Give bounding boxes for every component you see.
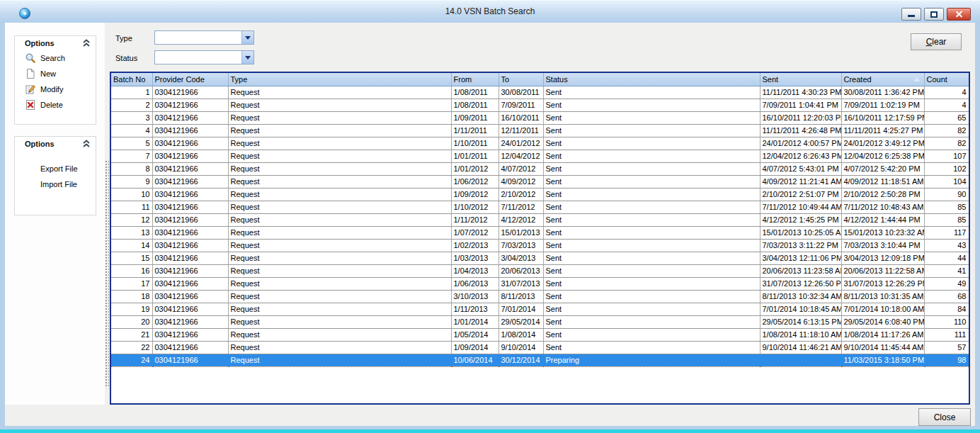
cell-created: 4/09/2012 11:18:51 AM [841, 175, 924, 188]
group-header[interactable]: Options [15, 36, 96, 50]
group-header[interactable]: Options [15, 137, 96, 151]
sidebar-item-export-file[interactable]: Export File [15, 161, 96, 176]
sidebar-item-search[interactable]: Search [15, 50, 96, 66]
collapse-chevron-icon[interactable] [81, 139, 91, 149]
sidebar-item-new[interactable]: New [15, 66, 96, 81]
search-icon [25, 52, 36, 64]
cell-type: Request [228, 111, 451, 124]
cell-sent: 24/01/2012 4:00:57 PM [760, 137, 841, 150]
cell-type: Request [228, 252, 451, 264]
cell-count: 85 [924, 201, 969, 213]
cell-count: 110 [924, 315, 969, 328]
column-header-sent[interactable]: Sent [760, 73, 841, 86]
cell-count: 107 [924, 150, 969, 162]
table-row[interactable]: 50304121966Request1/10/201124/01/2012Sen… [111, 137, 969, 150]
table-row[interactable]: 90304121966Request1/06/20124/09/2012Sent… [111, 175, 969, 188]
table-row[interactable]: 220304121966Request1/09/20149/10/2014Sen… [111, 341, 969, 354]
table-row[interactable]: 70304121966Request1/01/201112/04/2012Sen… [111, 150, 969, 162]
cell-from: 1/05/2014 [451, 328, 498, 341]
column-header-from[interactable]: From [451, 73, 498, 86]
type-dropdown-button[interactable] [241, 31, 253, 44]
column-header-status[interactable]: Status [543, 73, 760, 86]
batch-table: Batch NoProvider CodeTypeFromToStatusSen… [110, 72, 970, 405]
cell-from: 1/04/2013 [451, 264, 498, 277]
restore-button[interactable] [924, 8, 944, 21]
window-title: 14.0 VSN Batch Search [0, 6, 980, 16]
cell-batch-no: 13 [111, 226, 152, 239]
column-header-type[interactable]: Type [228, 73, 451, 86]
cell-status: Sent [543, 137, 760, 150]
cell-count: 85 [924, 213, 969, 226]
status-dropdown[interactable] [154, 50, 254, 64]
cell-status: Sent [543, 99, 760, 111]
cell-type: Request [228, 150, 451, 162]
table-row[interactable]: 80304121966Request1/01/20124/07/2012Sent… [111, 162, 969, 175]
cell-from: 1/11/2011 [451, 124, 498, 137]
restore-icon [930, 11, 938, 18]
table-row[interactable]: 150304121966Request1/03/20133/04/2013Sen… [111, 252, 969, 264]
cell-to: 24/01/2012 [498, 137, 543, 150]
table-row[interactable]: 130304121966Request1/07/201215/01/2013Se… [111, 226, 969, 239]
column-header-created[interactable]: Created [841, 73, 924, 86]
cell-status: Sent [543, 264, 760, 277]
cell-to: 9/10/2014 [498, 341, 543, 354]
sidebar-item-modify[interactable]: Modify [15, 81, 96, 97]
table-row[interactable]: 200304121966Request1/01/201429/05/2014Se… [111, 315, 969, 328]
table-row[interactable]: 40304121966Request1/11/201112/11/2011Sen… [111, 124, 969, 137]
sidebar-item-import-file[interactable]: Import File [15, 176, 96, 192]
cell-created: 29/05/2014 6:08:40 PM [841, 315, 924, 328]
table-row[interactable]: 20304121966Request1/08/20117/09/2011Sent… [111, 99, 969, 111]
cell-from: 1/01/2011 [451, 150, 498, 162]
cell-count: 68 [924, 290, 969, 303]
table-row[interactable]: 240304121966Request10/06/201430/12/2014P… [111, 354, 969, 366]
table-row[interactable]: 30304121966Request1/09/201116/10/2011Sen… [111, 111, 969, 124]
sidebar-item-delete[interactable]: Delete [15, 97, 96, 113]
cell-count: 57 [924, 341, 969, 354]
status-dropdown-button[interactable] [241, 51, 253, 64]
cell-sent: 3/04/2013 12:11:06 PM [760, 252, 841, 264]
table-row[interactable]: 160304121966Request1/04/201320/06/2013Se… [111, 264, 969, 277]
table-row[interactable]: 170304121966Request1/06/201331/07/2013Se… [111, 277, 969, 290]
minimize-button[interactable] [901, 8, 921, 21]
cell-from: 1/10/2011 [451, 137, 498, 150]
column-header-provider-code[interactable]: Provider Code [152, 73, 228, 86]
table-row[interactable]: 180304121966Request3/10/20138/11/2013Sen… [111, 290, 969, 303]
cell-sent: 12/04/2012 6:26:43 PM [760, 150, 841, 162]
table-row[interactable]: 100304121966Request1/09/20122/10/2012Sen… [111, 188, 969, 201]
type-dropdown[interactable] [154, 30, 254, 45]
table-row[interactable]: 140304121966Request1/02/20137/03/2013Sen… [111, 239, 969, 252]
cell-provider-code: 0304121966 [152, 111, 228, 124]
table-row[interactable]: 190304121966Request1/11/20137/01/2014Sen… [111, 303, 969, 315]
cell-count: 102 [924, 162, 969, 175]
table-row[interactable]: 210304121966Request1/05/20141/08/2014Sen… [111, 328, 969, 341]
cell-sent: 15/01/2013 10:25:05 AM [760, 226, 841, 239]
table-row[interactable]: 10304121966Request1/08/201130/08/2011Sen… [111, 86, 969, 99]
column-header-to[interactable]: To [498, 73, 543, 86]
cell-sent: 7/01/2014 10:18:45 AM [760, 303, 841, 315]
collapse-chevron-icon[interactable] [81, 38, 91, 48]
cell-provider-code: 0304121966 [152, 328, 228, 341]
cell-created: 7/11/2012 10:48:43 AM [841, 201, 924, 213]
clear-button[interactable]: Clear [911, 33, 962, 50]
options-group-files: Options Export File Import File [14, 136, 96, 215]
cell-batch-no: 16 [111, 264, 152, 277]
cell-to: 20/06/2013 [498, 264, 543, 277]
cell-sent: 29/05/2014 6:13:15 PM [760, 315, 841, 328]
new-document-icon [25, 68, 36, 79]
cell-created: 16/10/2011 12:17:59 PM [841, 111, 924, 124]
table-row[interactable]: 120304121966Request1/11/20124/12/2012Sen… [111, 213, 969, 226]
cell-batch-no: 3 [111, 111, 152, 124]
pane-splitter[interactable] [104, 159, 109, 386]
column-header-batch-no[interactable]: Batch No [111, 73, 152, 86]
cell-from: 1/07/2012 [451, 226, 498, 239]
cell-sent: 7/03/2013 3:11:22 PM [760, 239, 841, 252]
table-row[interactable]: 110304121966Request1/10/20127/11/2012Sen… [111, 201, 969, 213]
column-header-count[interactable]: Count [924, 73, 969, 86]
cell-type: Request [228, 354, 451, 366]
close-window-button[interactable] [947, 8, 971, 21]
cell-sent: 8/11/2013 10:32:34 AM [760, 290, 841, 303]
cell-from: 1/08/2011 [451, 99, 498, 111]
cell-batch-no: 19 [111, 303, 152, 315]
close-button[interactable]: Close [918, 408, 971, 426]
cell-to: 1/08/2014 [498, 328, 543, 341]
